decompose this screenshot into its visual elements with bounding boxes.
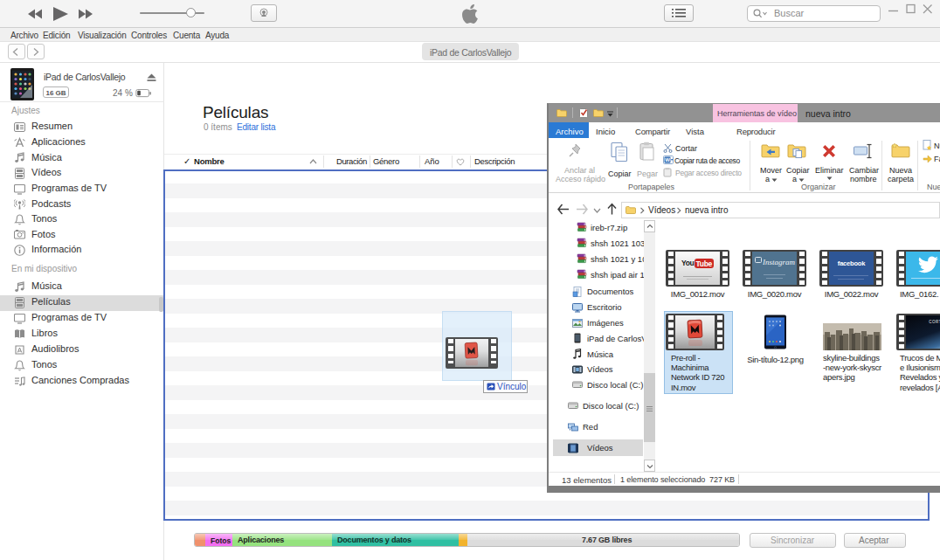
svg-text:W: W [665, 157, 670, 162]
